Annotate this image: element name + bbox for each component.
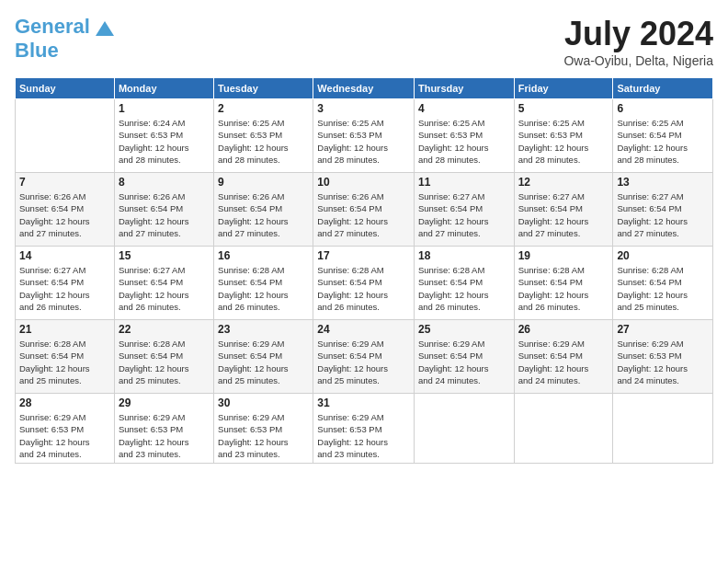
logo: General Blue [15,15,118,63]
calendar-cell [613,394,713,464]
day-info: Sunrise: 6:29 AMSunset: 6:53 PMDaylight:… [317,411,410,460]
calendar-day-header: Sunday [16,78,115,99]
calendar-cell: 4Sunrise: 6:25 AMSunset: 6:53 PMDaylight… [414,99,514,173]
calendar-cell: 9Sunrise: 6:26 AMSunset: 6:54 PMDaylight… [214,173,313,247]
calendar-cell: 5Sunrise: 6:25 AMSunset: 6:53 PMDaylight… [514,99,613,173]
day-number: 28 [19,396,110,409]
calendar-cell: 8Sunrise: 6:26 AMSunset: 6:54 PMDaylight… [114,173,213,247]
calendar-day-header: Tuesday [214,78,313,99]
day-number: 3 [317,102,410,115]
location: Owa-Oyibu, Delta, Nigeria [563,53,713,68]
calendar-cell: 28Sunrise: 6:29 AMSunset: 6:53 PMDayligh… [16,394,115,464]
day-info: Sunrise: 6:28 AMSunset: 6:54 PMDaylight:… [617,264,709,313]
calendar-cell: 15Sunrise: 6:27 AMSunset: 6:54 PMDayligh… [114,247,213,320]
day-number: 15 [119,249,210,262]
day-number: 19 [518,249,609,262]
calendar-day-header: Thursday [414,78,514,99]
calendar-day-header: Friday [514,78,613,99]
day-info: Sunrise: 6:27 AMSunset: 6:54 PMDaylight:… [19,264,110,313]
day-info: Sunrise: 6:28 AMSunset: 6:54 PMDaylight:… [317,264,410,313]
calendar-cell: 2Sunrise: 6:25 AMSunset: 6:53 PMDaylight… [214,99,313,173]
day-number: 20 [617,249,709,262]
day-info: Sunrise: 6:25 AMSunset: 6:54 PMDaylight:… [617,117,709,166]
day-number: 23 [218,323,309,336]
calendar-day-header: Wednesday [313,78,415,99]
calendar-cell: 10Sunrise: 6:26 AMSunset: 6:54 PMDayligh… [313,173,415,247]
day-info: Sunrise: 6:29 AMSunset: 6:53 PMDaylight:… [218,411,309,460]
calendar-cell: 6Sunrise: 6:25 AMSunset: 6:54 PMDaylight… [613,99,713,173]
calendar-cell: 25Sunrise: 6:29 AMSunset: 6:54 PMDayligh… [414,320,514,394]
day-number: 25 [418,323,510,336]
day-number: 16 [218,249,309,262]
day-number: 13 [617,176,709,189]
calendar-cell: 27Sunrise: 6:29 AMSunset: 6:53 PMDayligh… [613,320,713,394]
day-number: 2 [218,102,309,115]
calendar-cell: 16Sunrise: 6:28 AMSunset: 6:54 PMDayligh… [214,247,313,320]
day-number: 12 [518,176,609,189]
calendar-cell: 1Sunrise: 6:24 AMSunset: 6:53 PMDaylight… [114,99,213,173]
calendar-cell: 23Sunrise: 6:29 AMSunset: 6:54 PMDayligh… [214,320,313,394]
day-info: Sunrise: 6:26 AMSunset: 6:54 PMDaylight:… [218,190,309,239]
calendar-cell: 29Sunrise: 6:29 AMSunset: 6:53 PMDayligh… [114,394,213,464]
logo-arrow-icon [92,17,118,43]
day-number: 24 [317,323,410,336]
day-number: 17 [317,249,410,262]
calendar-day-header: Monday [114,78,213,99]
day-info: Sunrise: 6:27 AMSunset: 6:54 PMDaylight:… [518,190,609,239]
day-number: 30 [218,396,309,409]
day-number: 21 [19,323,110,336]
day-info: Sunrise: 6:27 AMSunset: 6:54 PMDaylight:… [617,190,709,239]
calendar-cell: 20Sunrise: 6:28 AMSunset: 6:54 PMDayligh… [613,247,713,320]
day-info: Sunrise: 6:28 AMSunset: 6:54 PMDaylight:… [418,264,510,313]
day-info: Sunrise: 6:29 AMSunset: 6:53 PMDaylight:… [119,411,210,460]
title-block: July 2024 Owa-Oyibu, Delta, Nigeria [563,15,713,68]
day-info: Sunrise: 6:27 AMSunset: 6:54 PMDaylight:… [119,264,210,313]
calendar-header-row: SundayMondayTuesdayWednesdayThursdayFrid… [16,78,713,99]
day-number: 4 [418,102,510,115]
calendar-cell [514,394,613,464]
calendar-cell [16,99,115,173]
day-info: Sunrise: 6:28 AMSunset: 6:54 PMDaylight:… [518,264,609,313]
calendar-cell: 26Sunrise: 6:29 AMSunset: 6:54 PMDayligh… [514,320,613,394]
day-number: 22 [119,323,210,336]
day-info: Sunrise: 6:25 AMSunset: 6:53 PMDaylight:… [518,117,609,166]
day-info: Sunrise: 6:25 AMSunset: 6:53 PMDaylight:… [218,117,309,166]
day-info: Sunrise: 6:25 AMSunset: 6:53 PMDaylight:… [317,117,410,166]
day-number: 6 [617,102,709,115]
day-number: 18 [418,249,510,262]
day-number: 31 [317,396,410,409]
day-info: Sunrise: 6:28 AMSunset: 6:54 PMDaylight:… [119,338,210,386]
logo-general: General [15,15,90,38]
logo-blue: Blue [15,39,59,62]
calendar-day-header: Saturday [613,78,713,99]
day-number: 10 [317,176,410,189]
day-info: Sunrise: 6:26 AMSunset: 6:54 PMDaylight:… [317,190,410,239]
day-info: Sunrise: 6:24 AMSunset: 6:53 PMDaylight:… [119,117,210,166]
calendar-table: SundayMondayTuesdayWednesdayThursdayFrid… [15,77,713,464]
calendar-cell: 7Sunrise: 6:26 AMSunset: 6:54 PMDaylight… [16,173,115,247]
day-number: 1 [119,102,210,115]
day-info: Sunrise: 6:29 AMSunset: 6:53 PMDaylight:… [617,338,709,386]
day-info: Sunrise: 6:25 AMSunset: 6:53 PMDaylight:… [418,117,510,166]
day-info: Sunrise: 6:26 AMSunset: 6:54 PMDaylight:… [119,190,210,239]
calendar-cell: 14Sunrise: 6:27 AMSunset: 6:54 PMDayligh… [16,247,115,320]
day-info: Sunrise: 6:27 AMSunset: 6:54 PMDaylight:… [418,190,510,239]
day-info: Sunrise: 6:28 AMSunset: 6:54 PMDaylight:… [19,338,110,386]
day-number: 11 [418,176,510,189]
calendar-cell: 21Sunrise: 6:28 AMSunset: 6:54 PMDayligh… [16,320,115,394]
header: General Blue July 2024 Owa-Oyibu, Delta,… [15,15,713,68]
logo-text: General Blue [15,15,90,63]
calendar-cell: 17Sunrise: 6:28 AMSunset: 6:54 PMDayligh… [313,247,415,320]
day-number: 27 [617,323,709,336]
day-number: 26 [518,323,609,336]
month-year: July 2024 [563,15,713,53]
calendar-cell: 22Sunrise: 6:28 AMSunset: 6:54 PMDayligh… [114,320,213,394]
day-number: 14 [19,249,110,262]
calendar-cell: 30Sunrise: 6:29 AMSunset: 6:53 PMDayligh… [214,394,313,464]
calendar-cell: 13Sunrise: 6:27 AMSunset: 6:54 PMDayligh… [613,173,713,247]
day-info: Sunrise: 6:29 AMSunset: 6:54 PMDaylight:… [518,338,609,386]
svg-marker-0 [96,21,114,36]
day-info: Sunrise: 6:29 AMSunset: 6:54 PMDaylight:… [218,338,309,386]
calendar-cell: 18Sunrise: 6:28 AMSunset: 6:54 PMDayligh… [414,247,514,320]
day-info: Sunrise: 6:29 AMSunset: 6:54 PMDaylight:… [317,338,410,386]
